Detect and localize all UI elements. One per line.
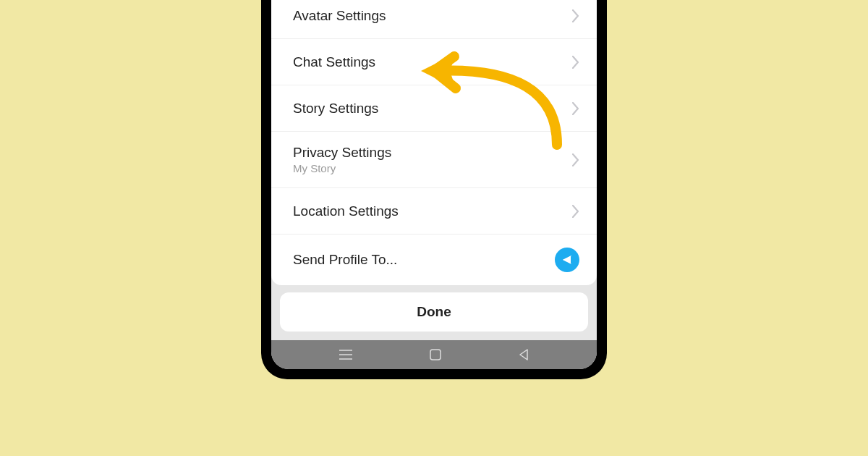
done-button[interactable]: Done [280, 292, 588, 332]
settings-row-location[interactable]: Location Settings [271, 188, 597, 235]
row-text: Privacy Settings My Story [293, 145, 391, 174]
settings-panel: Avatar Settings Chat Settings Story Sett… [271, 0, 597, 285]
nav-home-icon[interactable] [430, 349, 441, 360]
chevron-right-icon [572, 9, 579, 22]
chevron-right-icon [572, 102, 579, 115]
nav-recent-icon[interactable] [339, 350, 352, 360]
settings-row-privacy[interactable]: Privacy Settings My Story [271, 132, 597, 188]
row-text: Location Settings [293, 203, 399, 219]
row-text: Avatar Settings [293, 8, 386, 24]
row-label: Location Settings [293, 203, 399, 219]
row-text: Chat Settings [293, 54, 375, 70]
settings-row-story[interactable]: Story Settings [271, 85, 597, 132]
row-label: Privacy Settings [293, 145, 391, 161]
phone-frame: Avatar Settings Chat Settings Story Sett… [261, 0, 607, 379]
android-nav-bar [271, 340, 597, 369]
send-icon[interactable] [555, 248, 579, 272]
row-text: Story Settings [293, 101, 378, 117]
svg-rect-4 [430, 350, 441, 360]
chevron-right-icon [572, 56, 579, 69]
nav-back-icon[interactable] [519, 349, 529, 360]
settings-row-chat[interactable]: Chat Settings [271, 39, 597, 85]
settings-row-avatar[interactable]: Avatar Settings [271, 0, 597, 39]
row-text: Send Profile To... [293, 252, 397, 268]
chevron-right-icon [572, 153, 579, 166]
row-sublabel: My Story [293, 162, 391, 174]
phone-screen: Avatar Settings Chat Settings Story Sett… [271, 0, 597, 369]
row-label: Story Settings [293, 101, 378, 117]
row-label: Send Profile To... [293, 252, 397, 268]
row-label: Avatar Settings [293, 8, 386, 24]
settings-row-send-profile[interactable]: Send Profile To... [271, 235, 597, 285]
done-container: Done [271, 285, 597, 340]
row-label: Chat Settings [293, 54, 375, 70]
chevron-right-icon [572, 205, 579, 218]
